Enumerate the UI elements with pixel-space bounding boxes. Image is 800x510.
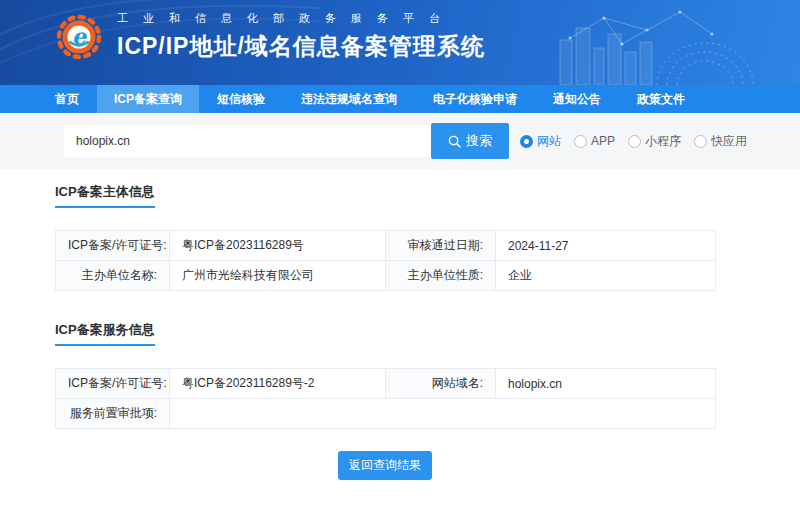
nav-item-notices[interactable]: 通知公告 xyxy=(535,85,619,113)
radio-quick-app-label: 快应用 xyxy=(711,133,747,150)
field-label: 网站域名: xyxy=(386,369,496,399)
radio-app-dot-icon xyxy=(574,135,587,148)
radio-website-label: 网站 xyxy=(537,133,561,150)
nav-item-illegal-domain-query[interactable]: 违法违规域名查询 xyxy=(283,85,415,113)
field-value: 广州市光绘科技有限公司 xyxy=(170,261,386,291)
header-skyline-decoration xyxy=(552,0,792,85)
system-title: ICP/IP地址/域名信息备案管理系统 xyxy=(117,31,485,62)
back-to-results-button[interactable]: 返回查询结果 xyxy=(338,451,432,480)
field-label: 审核通过日期: xyxy=(386,231,496,261)
radio-quick-app[interactable]: 快应用 xyxy=(694,133,747,150)
search-bar-section: 搜索 网站 APP 小程序 快应用 xyxy=(0,113,800,169)
field-label: ICP备案/许可证号: xyxy=(56,231,170,261)
nav-item-policy-files[interactable]: 政策文件 xyxy=(619,85,703,113)
subject-info-section-title: ICP备案主体信息 xyxy=(55,183,155,208)
radio-website-dot-icon xyxy=(520,135,533,148)
table-row: 服务前置审批项: xyxy=(56,399,716,429)
subject-info-table: ICP备案/许可证号: 粤ICP备2023116289号 审核通过日期: 202… xyxy=(55,230,716,291)
service-info-section-title: ICP备案服务信息 xyxy=(55,321,155,346)
table-row: ICP备案/许可证号: 粤ICP备2023116289号-2 网站域名: hol… xyxy=(56,369,716,399)
magnifier-icon xyxy=(448,135,461,148)
radio-mini-program-dot-icon xyxy=(628,135,641,148)
radio-mini-program[interactable]: 小程序 xyxy=(628,133,681,150)
nav-item-e-verification-apply[interactable]: 电子化核验申请 xyxy=(415,85,535,113)
domain-search-input[interactable] xyxy=(64,125,431,157)
field-label: 服务前置审批项: xyxy=(56,399,170,429)
field-value xyxy=(170,399,716,429)
nav-item-sms-verify[interactable]: 短信核验 xyxy=(199,85,283,113)
radio-app-label: APP xyxy=(591,134,615,148)
field-value: 2024-11-27 xyxy=(496,231,716,261)
search-button[interactable]: 搜索 xyxy=(431,123,509,159)
main-nav: 首页 ICP备案查询 短信核验 违法违规域名查询 电子化核验申请 通知公告 政策… xyxy=(0,85,800,113)
field-label: 主办单位名称: xyxy=(56,261,170,291)
search-button-label: 搜索 xyxy=(466,132,492,150)
radio-quick-app-dot-icon xyxy=(694,135,707,148)
page-header: e 工业和信息化部政务服务平台 ICP/IP地址/域名信息备案管理系统 xyxy=(0,0,800,85)
miit-gear-e-logo-icon: e xyxy=(55,13,103,61)
radio-mini-program-label: 小程序 xyxy=(645,133,681,150)
result-content: ICP备案主体信息 ICP备案/许可证号: 粤ICP备2023116289号 审… xyxy=(55,169,715,480)
field-value: 粤ICP备2023116289号 xyxy=(170,231,386,261)
table-row: 主办单位名称: 广州市光绘科技有限公司 主办单位性质: 企业 xyxy=(56,261,716,291)
field-value: 企业 xyxy=(496,261,716,291)
search-box: 搜索 xyxy=(64,123,509,159)
nav-item-icp-query[interactable]: ICP备案查询 xyxy=(97,85,199,113)
radio-app[interactable]: APP xyxy=(574,134,615,148)
table-row: ICP备案/许可证号: 粤ICP备2023116289号 审核通过日期: 202… xyxy=(56,231,716,261)
field-value: holopix.cn xyxy=(496,369,716,399)
nav-item-home[interactable]: 首页 xyxy=(37,85,97,113)
search-type-radio-group: 网站 APP 小程序 快应用 xyxy=(520,133,747,150)
radio-website[interactable]: 网站 xyxy=(520,133,561,150)
field-label: 主办单位性质: xyxy=(386,261,496,291)
field-value: 粤ICP备2023116289号-2 xyxy=(170,369,386,399)
field-label: ICP备案/许可证号: xyxy=(56,369,170,399)
service-info-table: ICP备案/许可证号: 粤ICP备2023116289号-2 网站域名: hol… xyxy=(55,368,716,429)
ministry-platform-title: 工业和信息化部政务服务平台 xyxy=(117,11,485,26)
